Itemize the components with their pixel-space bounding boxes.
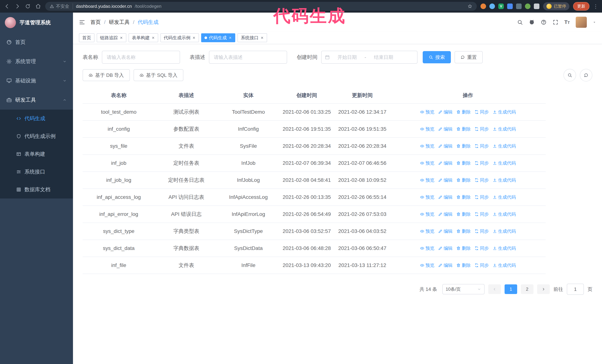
extension-icon-5[interactable] <box>516 3 522 9</box>
tab-4[interactable]: 代码生成示例 <box>161 33 199 42</box>
avatar-caret-icon[interactable] <box>593 21 596 24</box>
action-delete[interactable]: 删除 <box>456 227 471 235</box>
hamburger-icon[interactable] <box>79 19 85 25</box>
tab-close-icon[interactable] <box>120 36 123 40</box>
action-download[interactable]: 生成代码 <box>493 227 516 235</box>
date-range-picker[interactable]: - <box>321 51 418 64</box>
github-icon[interactable] <box>529 19 535 25</box>
sidebar-subitem-2[interactable]: 代码生成示例 <box>0 127 73 145</box>
tab-close-icon[interactable] <box>151 36 155 40</box>
action-eye[interactable]: 预览 <box>420 125 434 133</box>
browser-back-icon[interactable] <box>4 3 10 9</box>
sidebar-logo[interactable]: 芋道管理系统 <box>0 13 73 32</box>
action-delete[interactable]: 删除 <box>456 210 471 218</box>
reset-button[interactable]: 重置 <box>455 51 483 63</box>
action-delete[interactable]: 删除 <box>456 108 471 116</box>
action-delete[interactable]: 删除 <box>456 125 471 133</box>
action-eye[interactable]: 预览 <box>420 261 434 269</box>
import-db-button[interactable]: 基于 DB 导入 <box>83 69 130 81</box>
next-page-button[interactable] <box>537 284 550 294</box>
action-edit[interactable]: 编辑 <box>438 159 452 167</box>
action-edit[interactable]: 编辑 <box>438 108 452 116</box>
action-eye[interactable]: 预览 <box>420 159 434 167</box>
browser-forward-icon[interactable] <box>14 3 21 9</box>
breadcrumb-item-2[interactable]: 研发工具 <box>109 19 130 26</box>
page-size-select[interactable]: 10条/页 <box>442 284 484 294</box>
action-eye[interactable]: 预览 <box>420 244 434 252</box>
sidebar-item-4[interactable]: 研发工具 <box>0 90 73 110</box>
tab-2[interactable]: 链路追踪 <box>97 33 126 42</box>
sidebar-item-1[interactable]: 首页 <box>0 32 73 52</box>
tab-1[interactable]: 首页 <box>79 33 95 42</box>
sidebar-item-3[interactable]: 基础设施 <box>0 71 73 90</box>
action-edit[interactable]: 编辑 <box>438 244 452 252</box>
action-delete[interactable]: 删除 <box>456 142 471 150</box>
sidebar-subitem-4[interactable]: 系统接口 <box>0 163 73 181</box>
action-edit[interactable]: 编辑 <box>438 210 452 218</box>
update-button[interactable]: 更新 <box>573 2 589 10</box>
refresh-table-button[interactable] <box>580 69 592 82</box>
extension-icon-2[interactable] <box>489 3 495 9</box>
action-edit[interactable]: 编辑 <box>438 176 452 184</box>
action-delete[interactable]: 删除 <box>456 159 471 167</box>
action-sync[interactable]: 同步 <box>474 125 489 133</box>
action-delete[interactable]: 删除 <box>456 261 471 269</box>
action-sync[interactable]: 同步 <box>474 261 489 269</box>
action-download[interactable]: 生成代码 <box>493 159 516 167</box>
breadcrumb-item-1[interactable]: 首页 <box>90 19 101 26</box>
search-button[interactable]: 搜索 <box>423 51 451 63</box>
action-download[interactable]: 生成代码 <box>493 244 516 252</box>
extension-icon-7[interactable] <box>534 3 539 9</box>
action-sync[interactable]: 同步 <box>474 244 489 252</box>
action-eye[interactable]: 预览 <box>420 142 434 150</box>
action-download[interactable]: 生成代码 <box>493 210 516 218</box>
extension-icon-3[interactable]: V <box>498 3 504 9</box>
date-start-input[interactable] <box>331 54 363 61</box>
extension-icon-6[interactable] <box>525 3 530 9</box>
tab-5[interactable]: 代码生成 <box>201 33 235 42</box>
action-delete[interactable]: 删除 <box>456 193 471 201</box>
action-eye[interactable]: 预览 <box>420 176 434 184</box>
action-sync[interactable]: 同步 <box>474 159 489 167</box>
extension-icon-4[interactable] <box>507 3 513 9</box>
sidebar-item-2[interactable]: 系统管理 <box>0 52 73 71</box>
action-download[interactable]: 生成代码 <box>493 193 516 201</box>
font-size-icon[interactable]: TT <box>564 19 570 25</box>
action-sync[interactable]: 同步 <box>474 176 489 184</box>
action-download[interactable]: 生成代码 <box>493 261 516 269</box>
action-sync[interactable]: 同步 <box>474 142 489 150</box>
action-download[interactable]: 生成代码 <box>493 108 516 116</box>
fullscreen-icon[interactable] <box>553 19 559 25</box>
import-sql-button[interactable]: 基于 SQL 导入 <box>134 69 183 81</box>
table-name-input[interactable] <box>102 51 180 64</box>
tab-close-icon[interactable] <box>192 36 196 40</box>
sidebar-subitem-5[interactable]: 数据库文档 <box>0 181 73 198</box>
action-sync[interactable]: 同步 <box>474 108 489 116</box>
action-download[interactable]: 生成代码 <box>493 176 516 184</box>
action-sync[interactable]: 同步 <box>474 210 489 218</box>
table-desc-input[interactable] <box>209 51 287 64</box>
action-eye[interactable]: 预览 <box>420 227 434 235</box>
user-avatar[interactable] <box>576 17 587 28</box>
breadcrumb-item-3[interactable]: 代码生成 <box>138 19 159 26</box>
action-delete[interactable]: 删除 <box>456 244 471 252</box>
action-eye[interactable]: 预览 <box>420 210 434 218</box>
security-label[interactable]: 不安全 <box>50 3 73 9</box>
date-end-input[interactable] <box>368 54 399 61</box>
action-sync[interactable]: 同步 <box>474 227 489 235</box>
sidebar-subitem-1[interactable]: 代码生成 <box>0 110 73 127</box>
toggle-search-button[interactable] <box>563 69 576 82</box>
prev-page-button[interactable] <box>488 284 501 294</box>
bookmark-star-icon[interactable] <box>468 4 472 9</box>
action-download[interactable]: 生成代码 <box>493 125 516 133</box>
action-edit[interactable]: 编辑 <box>438 142 452 150</box>
action-delete[interactable]: 删除 <box>456 176 471 184</box>
action-edit[interactable]: 编辑 <box>438 125 452 133</box>
action-edit[interactable]: 编辑 <box>438 261 452 269</box>
help-icon[interactable] <box>541 19 547 25</box>
search-icon[interactable] <box>517 19 523 25</box>
action-eye[interactable]: 预览 <box>420 193 434 201</box>
extension-icon-1[interactable] <box>481 3 486 9</box>
profile-chip[interactable]: 已暂停 <box>543 2 570 10</box>
address-bar[interactable]: 不安全 dashboard.yudao.iocoder.cn/tool/code… <box>45 2 477 11</box>
